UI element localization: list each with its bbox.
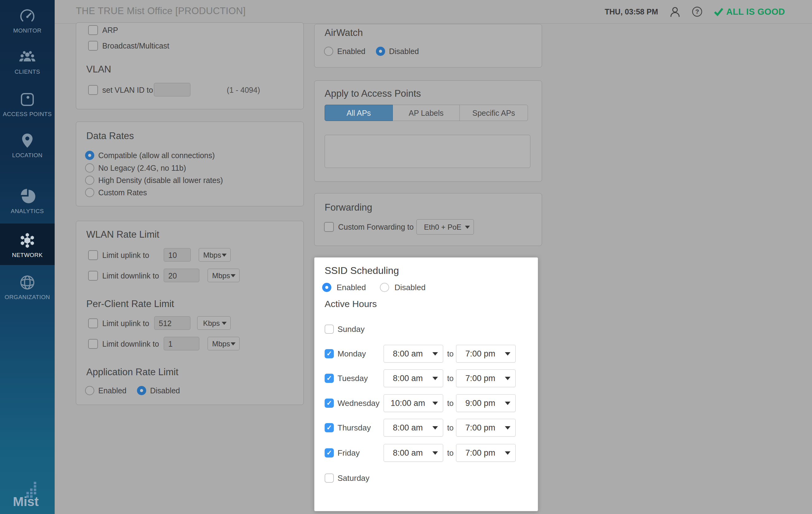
- wlan-uplink-value-input[interactable]: 10: [164, 248, 191, 262]
- scheduling-disabled-radio[interactable]: [380, 283, 389, 292]
- sidebar-item-location[interactable]: LOCATION: [0, 132, 55, 159]
- user-icon[interactable]: [670, 6, 680, 17]
- sidebar-item-label: ACCESS POINTS: [3, 111, 52, 118]
- wlan-uplink-unit-select[interactable]: Mbps: [199, 248, 231, 262]
- schedule-row-wednesday: ✓ Wednesday 10:00 am to 9:00 pm: [315, 394, 538, 412]
- network-icon: [19, 232, 36, 249]
- schedule-row-thursday: ✓ Thursday 8:00 am to 7:00 pm: [315, 419, 538, 436]
- friday-end-select[interactable]: 7:00 pm: [456, 444, 516, 462]
- dropdown-caret-icon: [432, 451, 438, 455]
- wlan-uplink-checkbox[interactable]: [88, 250, 98, 260]
- per-client-uplink-unit-select[interactable]: Kbps: [197, 316, 231, 330]
- page-title: THE TRUE Mist Office [PRODUCTION]: [76, 5, 246, 17]
- data-rate-no-legacy-radio[interactable]: [85, 163, 94, 173]
- scheduling-enabled-radio[interactable]: [322, 283, 331, 292]
- ap-selection-box[interactable]: [325, 135, 530, 168]
- per-client-uplink-checkbox[interactable]: [88, 319, 98, 328]
- vlan-range-hint: (1 - 4094): [227, 86, 260, 95]
- status-badge[interactable]: ALL IS GOOD: [714, 7, 785, 17]
- sunday-label: Sunday: [338, 320, 365, 338]
- arp-checkbox[interactable]: [88, 25, 98, 35]
- per-client-uplink-value-input[interactable]: 512: [154, 316, 191, 330]
- broadcast-multicast-checkbox[interactable]: [88, 41, 98, 51]
- tab-ap-labels[interactable]: AP Labels: [393, 105, 460, 121]
- data-rate-high-density-radio[interactable]: [85, 176, 94, 185]
- airwatch-enabled-label: Enabled: [337, 47, 366, 56]
- sidebar-item-monitor[interactable]: MONITOR: [0, 7, 55, 34]
- apply-to-aps-heading: Apply to Access Points: [325, 88, 421, 99]
- saturday-label: Saturday: [338, 469, 370, 487]
- schedule-row-saturday: Saturday: [315, 469, 538, 487]
- dropdown-caret-icon: [222, 322, 227, 325]
- wlan-downlink-value-input[interactable]: 20: [164, 269, 199, 282]
- per-client-uplink-label: Limit uplink to: [102, 319, 149, 328]
- wlan-downlink-checkbox[interactable]: [88, 271, 98, 281]
- per-client-downlink-unit-select[interactable]: Mbps: [208, 337, 239, 350]
- custom-forwarding-label: Custom Forwarding to: [338, 222, 414, 232]
- arp-label: ARP: [102, 26, 118, 35]
- sidebar-item-network[interactable]: NETWORK: [0, 223, 55, 265]
- app-rate-disabled-label: Disabled: [150, 386, 180, 395]
- custom-forwarding-checkbox[interactable]: [324, 222, 334, 232]
- sidebar-item-label: CLIENTS: [14, 68, 40, 75]
- thursday-checkbox[interactable]: ✓: [325, 423, 334, 432]
- scheduling-disabled-label: Disabled: [394, 283, 425, 292]
- status-text: ALL IS GOOD: [726, 7, 785, 17]
- dropdown-caret-icon: [231, 342, 236, 345]
- wednesday-end-select[interactable]: 9:00 pm: [456, 394, 516, 412]
- tuesday-end-select[interactable]: 7:00 pm: [456, 369, 516, 387]
- tab-specific-aps[interactable]: Specific APs: [459, 105, 528, 121]
- speedometer-icon: [19, 7, 36, 25]
- wednesday-checkbox[interactable]: ✓: [325, 398, 334, 408]
- sidebar-item-label: ORGANIZATION: [5, 294, 50, 301]
- friday-start-select[interactable]: 8:00 am: [384, 444, 443, 462]
- mist-logo: Mist: [0, 479, 55, 507]
- to-label: to: [447, 394, 454, 412]
- airwatch-disabled-radio[interactable]: [376, 47, 385, 56]
- friday-checkbox[interactable]: ✓: [325, 448, 334, 457]
- per-client-downlink-value-input[interactable]: 1: [164, 337, 199, 350]
- per-client-downlink-checkbox[interactable]: [88, 339, 98, 349]
- dropdown-caret-icon: [505, 451, 511, 455]
- sidebar-item-clients[interactable]: CLIENTS: [0, 49, 55, 75]
- monday-end-select[interactable]: 7:00 pm: [456, 345, 516, 363]
- sunday-checkbox[interactable]: [325, 325, 334, 334]
- sidebar-item-analytics[interactable]: ANALYTICS: [0, 188, 55, 215]
- top-header: THE TRUE Mist Office [PRODUCTION] THU, 0…: [55, 0, 812, 24]
- data-rate-custom-radio[interactable]: [85, 188, 94, 197]
- wlan-downlink-unit-select[interactable]: Mbps: [208, 269, 239, 282]
- data-rate-compatible-radio[interactable]: [85, 151, 94, 160]
- vlan-id-input[interactable]: [154, 83, 191, 96]
- vlan-heading: VLAN: [86, 64, 111, 75]
- sidebar-item-label: LOCATION: [12, 152, 43, 159]
- schedule-row-sunday: Sunday: [315, 320, 538, 338]
- tab-all-aps[interactable]: All APs: [325, 105, 393, 121]
- sidebar-item-access-points[interactable]: ACCESS POINTS: [0, 91, 55, 118]
- sidebar-item-label: MONITOR: [13, 27, 41, 34]
- app-rate-enabled-radio[interactable]: [85, 386, 94, 395]
- monday-checkbox[interactable]: ✓: [325, 349, 334, 358]
- forwarding-select[interactable]: Eth0 + PoE: [416, 219, 474, 235]
- airwatch-panel: AirWatch Enabled Disabled: [314, 24, 542, 67]
- ap-target-tabs: All APs AP Labels Specific APs: [325, 105, 528, 121]
- app-rate-disabled-radio[interactable]: [137, 386, 146, 395]
- tuesday-checkbox[interactable]: ✓: [325, 374, 334, 383]
- vlan-id-checkbox[interactable]: [88, 85, 98, 95]
- airwatch-enabled-radio[interactable]: [324, 47, 333, 56]
- dropdown-caret-icon: [432, 352, 438, 356]
- thursday-end-select[interactable]: 7:00 pm: [456, 419, 516, 436]
- saturday-checkbox[interactable]: [325, 474, 334, 483]
- sidebar-item-label: ANALYTICS: [11, 208, 44, 215]
- monday-start-select[interactable]: 8:00 am: [384, 345, 443, 363]
- help-icon[interactable]: ?: [692, 6, 702, 17]
- monday-label: Monday: [338, 345, 366, 363]
- tuesday-start-select[interactable]: 8:00 am: [384, 369, 443, 387]
- application-rate-limit-heading: Application Rate Limit: [86, 367, 178, 378]
- wednesday-start-select[interactable]: 10:00 am: [384, 394, 443, 412]
- sidebar-item-organization[interactable]: ORGANIZATION: [0, 274, 55, 301]
- thursday-start-select[interactable]: 8:00 am: [384, 419, 443, 436]
- schedule-row-tuesday: ✓ Tuesday 8:00 am to 7:00 pm: [315, 369, 538, 387]
- wlan-downlink-label: Limit downlink to: [102, 271, 159, 280]
- per-client-downlink-label: Limit downlink to: [102, 340, 159, 349]
- apply-to-aps-panel: Apply to Access Points All APs AP Labels…: [314, 81, 542, 182]
